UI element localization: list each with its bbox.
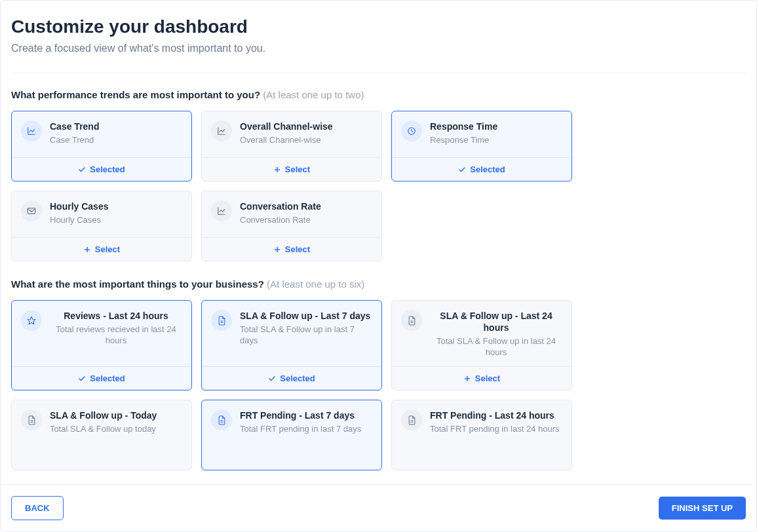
- section-business-question: What are the most important things to yo…: [11, 278, 264, 290]
- card-description: Overall Channel-wise: [240, 135, 372, 146]
- document-icon: [211, 310, 232, 331]
- section-business-hint: (At least one up to six): [267, 278, 364, 290]
- section-trends-hint: (At least one up to two): [263, 89, 364, 100]
- card-footer-label: Selected: [90, 373, 125, 383]
- card-description: Total reviews recieved in last 24 hours: [50, 324, 182, 347]
- card-business-1[interactable]: SLA & Follow up - Last 7 daysTotal SLA &…: [201, 300, 382, 390]
- card-business-0[interactable]: Reviews - Last 24 hoursTotal reviews rec…: [11, 300, 192, 390]
- card-business-3[interactable]: SLA & Follow up - TodayTotal SLA & Follo…: [11, 400, 192, 470]
- line-chart-icon: [211, 200, 232, 221]
- check-icon: [78, 375, 86, 383]
- card-body: FRT Pending - Last 7 daysTotal FRT pendi…: [202, 400, 381, 470]
- card-footer-label: Selected: [280, 373, 315, 383]
- card-text: Case TrendCase Trend: [50, 121, 182, 149]
- card-body: Conversation RateConversation Rate: [202, 191, 381, 237]
- card-text: SLA & Follow up - Last 7 daysTotal SLA &…: [240, 310, 372, 358]
- plus-icon: [83, 246, 91, 254]
- card-footer-label: Select: [285, 164, 310, 174]
- document-icon: [28, 415, 36, 425]
- document-icon: [401, 409, 422, 430]
- card-text: FRT Pending - Last 24 hoursTotal FRT pen…: [430, 409, 562, 462]
- card-text: Response TimeResponse Time: [430, 121, 562, 149]
- card-title: Conversation Rate: [240, 200, 372, 212]
- card-footer-label: Select: [95, 244, 120, 254]
- card-title: SLA & Follow up - Today: [50, 409, 182, 421]
- divider: [11, 73, 746, 73]
- card-title: FRT Pending - Last 7 days: [240, 409, 372, 421]
- page-subtitle: Create a focused view of what's most imp…: [11, 43, 746, 54]
- card-title: Hourly Cases: [50, 200, 182, 212]
- card-body: Reviews - Last 24 hoursTotal reviews rec…: [12, 301, 191, 366]
- card-body: Overall Channel-wiseOverall Channel-wise: [202, 111, 381, 157]
- card-trends-4[interactable]: Conversation RateConversation RateSelect: [201, 191, 382, 261]
- selected-indicator[interactable]: Selected: [392, 157, 572, 181]
- card-title: FRT Pending - Last 24 hours: [430, 409, 562, 421]
- line-chart-icon: [27, 126, 36, 136]
- card-body: Hourly CasesHourly Cases: [12, 191, 191, 237]
- select-button[interactable]: Select: [202, 157, 381, 181]
- check-icon: [78, 166, 86, 174]
- card-title: Response Time: [430, 121, 562, 132]
- document-icon: [408, 415, 416, 425]
- card-text: Hourly CasesHourly Cases: [50, 200, 182, 229]
- card-text: SLA & Follow up - Last 24 hoursTotal SLA…: [430, 310, 562, 358]
- card-description: Total FRT pending in last 24 hours: [430, 424, 562, 435]
- trends-grid: Case TrendCase TrendSelectedOverall Chan…: [11, 111, 746, 261]
- footer-bar: BACK FINISH SET UP: [1, 484, 756, 531]
- card-text: FRT Pending - Last 7 daysTotal FRT pendi…: [240, 409, 372, 462]
- card-text: Overall Channel-wiseOverall Channel-wise: [240, 121, 372, 149]
- card-footer-label: Select: [475, 373, 500, 383]
- page-title: Customize your dashboard: [11, 16, 746, 37]
- card-trends-0[interactable]: Case TrendCase TrendSelected: [11, 111, 192, 181]
- card-business-4[interactable]: FRT Pending - Last 7 daysTotal FRT pendi…: [201, 400, 382, 470]
- card-description: Hourly Cases: [50, 215, 182, 226]
- select-button[interactable]: Select: [202, 237, 381, 261]
- card-business-2[interactable]: SLA & Follow up - Last 24 hoursTotal SLA…: [391, 300, 572, 390]
- card-trends-2[interactable]: Response TimeResponse TimeSelected: [391, 111, 572, 181]
- business-grid: Reviews - Last 24 hoursTotal reviews rec…: [11, 300, 746, 470]
- card-trends-1[interactable]: Overall Channel-wiseOverall Channel-wise…: [201, 111, 382, 181]
- mail-icon: [21, 200, 42, 221]
- document-icon: [408, 316, 416, 326]
- check-icon: [268, 375, 276, 383]
- card-footer-label: Select: [285, 244, 310, 254]
- finish-setup-button[interactable]: FINISH SET UP: [659, 497, 746, 520]
- selected-indicator[interactable]: Selected: [12, 157, 191, 181]
- document-icon: [21, 409, 42, 430]
- plus-icon: [273, 246, 281, 254]
- clock-icon: [407, 126, 416, 136]
- document-icon: [218, 316, 226, 326]
- card-body: Case TrendCase Trend: [12, 111, 191, 157]
- card-body: Response TimeResponse Time: [392, 111, 572, 157]
- card-trends-3[interactable]: Hourly CasesHourly CasesSelect: [11, 191, 192, 261]
- card-title: Overall Channel-wise: [240, 121, 372, 132]
- card-business-5[interactable]: FRT Pending - Last 24 hoursTotal FRT pen…: [391, 400, 572, 470]
- line-chart-icon: [21, 121, 42, 142]
- selected-indicator[interactable]: Selected: [12, 366, 191, 390]
- card-body: SLA & Follow up - TodayTotal SLA & Follo…: [12, 400, 191, 470]
- selected-indicator[interactable]: Selected: [202, 366, 381, 390]
- card-body: SLA & Follow up - Last 24 hoursTotal SLA…: [392, 301, 572, 366]
- star-icon: [27, 316, 36, 325]
- card-title: Case Trend: [50, 121, 182, 132]
- card-description: Conversation Rate: [240, 215, 372, 226]
- card-title: SLA & Follow up - Last 7 days: [240, 310, 372, 322]
- svg-marker-8: [28, 316, 35, 324]
- card-description: Response Time: [430, 135, 562, 146]
- card-title: SLA & Follow up - Last 24 hours: [430, 310, 562, 333]
- card-footer-label: Selected: [470, 164, 505, 174]
- plus-icon: [463, 375, 471, 383]
- card-text: Reviews - Last 24 hoursTotal reviews rec…: [50, 310, 182, 347]
- document-icon: [218, 415, 226, 425]
- card-title: Reviews - Last 24 hours: [50, 310, 182, 322]
- card-description: Case Trend: [50, 135, 182, 146]
- select-button[interactable]: Select: [392, 366, 572, 390]
- back-button[interactable]: BACK: [11, 496, 64, 520]
- mail-icon: [27, 207, 36, 215]
- select-button[interactable]: Select: [12, 237, 191, 261]
- line-chart-icon: [211, 121, 232, 142]
- svg-rect-3: [28, 208, 35, 214]
- card-body: SLA & Follow up - Last 7 daysTotal SLA &…: [202, 301, 381, 366]
- card-text: Conversation RateConversation Rate: [240, 200, 372, 229]
- section-business-title: What are the most important things to yo…: [11, 278, 746, 290]
